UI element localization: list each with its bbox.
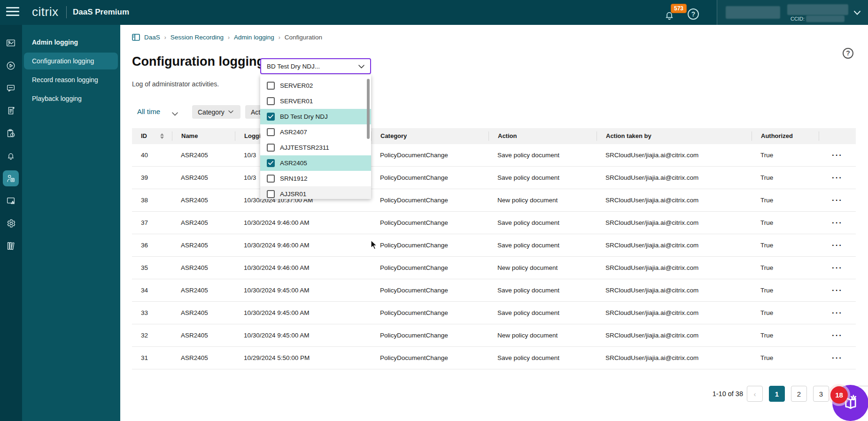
alerts-bell-icon[interactable]: [3, 148, 19, 164]
dropdown-option-server01[interactable]: SERVER01: [260, 93, 371, 109]
checkbox-unchecked[interactable]: [267, 190, 275, 198]
cell-name: ASR2405: [172, 309, 235, 316]
category-filter-label: Category: [198, 108, 225, 116]
category-filter[interactable]: Category: [192, 105, 240, 119]
time-range-chevron-down-icon[interactable]: [172, 109, 178, 118]
checkbox-unchecked[interactable]: [267, 175, 275, 183]
pagination-page-3[interactable]: 3: [813, 386, 829, 402]
activity-log-icon[interactable]: [3, 103, 19, 119]
checkbox-unchecked[interactable]: [267, 128, 275, 136]
pagination-prev-button[interactable]: ‹: [747, 386, 763, 402]
ccid-label: CCID:: [790, 16, 805, 22]
panel-toggle-icon[interactable]: [132, 34, 140, 41]
row-actions-menu[interactable]: ···: [819, 263, 856, 273]
settings-gear-icon[interactable]: [3, 215, 19, 231]
help-icon[interactable]: ?: [688, 8, 699, 20]
cell-action: New policy document: [488, 264, 597, 271]
dropdown-option-ajjtestsr2311[interactable]: AJJTESTSR2311: [260, 140, 371, 155]
sort-arrows-icon[interactable]: [160, 133, 164, 139]
cell-action: Save policy document: [488, 152, 597, 159]
user-menu-chevron-down-icon[interactable]: [854, 8, 860, 16]
dropdown-option-label: ASR2407: [280, 129, 307, 136]
dropdown-option-srn1912[interactable]: SRN1912: [260, 171, 371, 186]
cell-action-taken-by: SRCloudUser/jiajia.ai@citrix.com: [597, 264, 752, 271]
table-row-37: 37ASR240510/30/2024 9:46:00 AMPolicyDocu…: [132, 212, 856, 234]
column-header-authorized: Authorized: [752, 131, 819, 141]
cell-id: 37: [132, 219, 172, 226]
sidebar-item-record-reason-logging[interactable]: Record reason logging: [24, 71, 118, 88]
cell-action: New policy document: [488, 332, 597, 339]
cell-logging-time: 10/29/2024 5:50:00 PM: [235, 354, 371, 361]
column-header-id[interactable]: ID: [132, 131, 172, 141]
breadcrumb-daas[interactable]: DaaS: [144, 34, 160, 41]
cell-authorized: True: [752, 242, 819, 249]
sidebar: Admin loggingConfiguration loggingRecord…: [22, 25, 120, 421]
cell-action-taken-by: SRCloudUser/jiajia.ai@citrix.com: [597, 197, 752, 204]
cell-category: PolicyDocumentChange: [371, 152, 488, 159]
time-range-filter[interactable]: All time: [137, 107, 160, 115]
dropdown-option-server02[interactable]: SERVER02: [260, 78, 371, 93]
scheduled-tasks-icon[interactable]: [3, 125, 19, 141]
app-window: citrix DaaS Premium 573 ? CCID: Admin lo…: [0, 0, 868, 421]
checkbox-checked[interactable]: [267, 113, 275, 121]
cell-category: PolicyDocumentChange: [371, 287, 488, 294]
checkbox-checked[interactable]: [267, 159, 275, 167]
column-header-category: Category: [371, 131, 488, 141]
cell-logging-time: 10/30/2024 9:46:00 AM: [235, 242, 371, 249]
row-actions-menu[interactable]: ···: [819, 331, 856, 340]
cell-action: Save policy document: [488, 174, 597, 181]
checkbox-unchecked[interactable]: [267, 82, 275, 90]
dropdown-option-ajjsr01[interactable]: AJJSR01: [260, 186, 371, 199]
dropdown-option-bd-test-dry-ndj[interactable]: BD Test Dry NDJ: [260, 109, 371, 124]
sidebar-item-configuration-logging[interactable]: Configuration logging: [24, 53, 118, 69]
cell-logging-time: 10/30/2024 9:45:00 AM: [235, 309, 371, 316]
dashboard-icon[interactable]: [3, 35, 19, 51]
admin-logging-person-icon[interactable]: [3, 170, 19, 186]
pagination-page-2[interactable]: 2: [791, 386, 807, 402]
cell-action-taken-by: SRCloudUser/jiajia.ai@citrix.com: [597, 309, 752, 316]
row-actions-menu[interactable]: ···: [819, 286, 856, 295]
hamburger-menu-icon[interactable]: [6, 7, 19, 17]
redacted-ccid-value: [806, 15, 845, 22]
cell-id: 40: [132, 152, 172, 159]
dropdown-option-label: SERVER01: [280, 98, 313, 105]
cell-authorized: True: [752, 219, 819, 226]
server-select-dropdown[interactable]: BD Test Dry NDJ...: [260, 58, 371, 74]
checkbox-unchecked[interactable]: [267, 97, 275, 105]
cell-action-taken-by: SRCloudUser/jiajia.ai@citrix.com: [597, 354, 752, 361]
table-row-35: 35ASR240510/30/2024 9:46:00 AMPolicyDocu…: [132, 257, 856, 279]
page-help-icon[interactable]: ?: [843, 48, 853, 59]
pagination-page-1[interactable]: 1: [769, 386, 785, 402]
cell-authorized: True: [752, 332, 819, 339]
pagination-summary: 1-10 of 38: [687, 390, 743, 398]
row-actions-menu[interactable]: ···: [819, 173, 856, 183]
sidebar-item-admin-logging[interactable]: Admin logging: [24, 34, 118, 51]
checkbox-unchecked[interactable]: [267, 144, 275, 152]
citrix-logo: citrix: [32, 5, 58, 19]
row-actions-menu[interactable]: ···: [819, 308, 856, 318]
cell-category: PolicyDocumentChange: [371, 197, 488, 204]
breadcrumb-session-recording[interactable]: Session Recording: [170, 34, 224, 41]
row-actions-menu[interactable]: ···: [819, 218, 856, 228]
breadcrumb-separator: ›: [164, 34, 166, 41]
page-title: Configuration logging: [132, 54, 264, 69]
library-books-icon[interactable]: [3, 238, 19, 254]
cell-action: New policy document: [488, 197, 597, 204]
dropdown-scrollbar-thumb[interactable]: [367, 79, 370, 139]
product-name: DaaS Premium: [73, 8, 129, 17]
row-actions-menu[interactable]: ···: [819, 353, 856, 363]
recordings-play-icon[interactable]: [3, 58, 19, 74]
row-actions-menu[interactable]: ···: [819, 241, 856, 250]
dropdown-option-asr2405[interactable]: ASR2405: [260, 155, 371, 171]
breadcrumb-admin-logging[interactable]: Admin logging: [234, 34, 274, 41]
row-actions-menu[interactable]: ···: [819, 196, 856, 205]
troubleshoot-window-icon[interactable]: [3, 193, 19, 209]
dropdown-option-asr2407[interactable]: ASR2407: [260, 124, 371, 140]
breadcrumb-configuration: Configuration: [285, 34, 322, 41]
row-actions-menu[interactable]: ···: [819, 151, 856, 160]
feedback-chat-icon[interactable]: [3, 80, 19, 96]
table-row-38: 38ASR240510/30/2024 10:37:00 AMPolicyDoc…: [132, 189, 856, 212]
table-row-39: 39ASR240510/3PolicyDocumentChangeSave po…: [132, 167, 856, 189]
cell-authorized: True: [752, 197, 819, 204]
sidebar-item-playback-logging[interactable]: Playback logging: [24, 90, 118, 107]
